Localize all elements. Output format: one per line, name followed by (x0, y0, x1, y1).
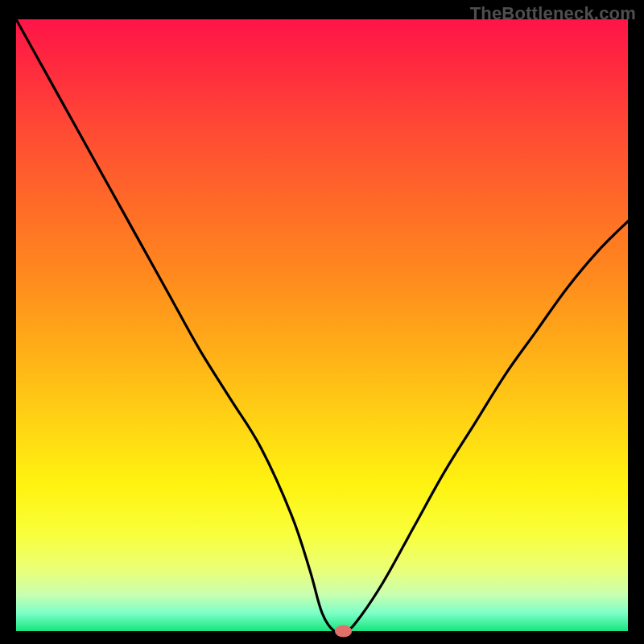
plot-svg (16, 19, 628, 631)
minimum-marker (335, 625, 352, 637)
bottleneck-curve (16, 19, 628, 634)
plot-area (16, 19, 628, 631)
chart-frame: TheBottleneck.com (0, 0, 644, 644)
